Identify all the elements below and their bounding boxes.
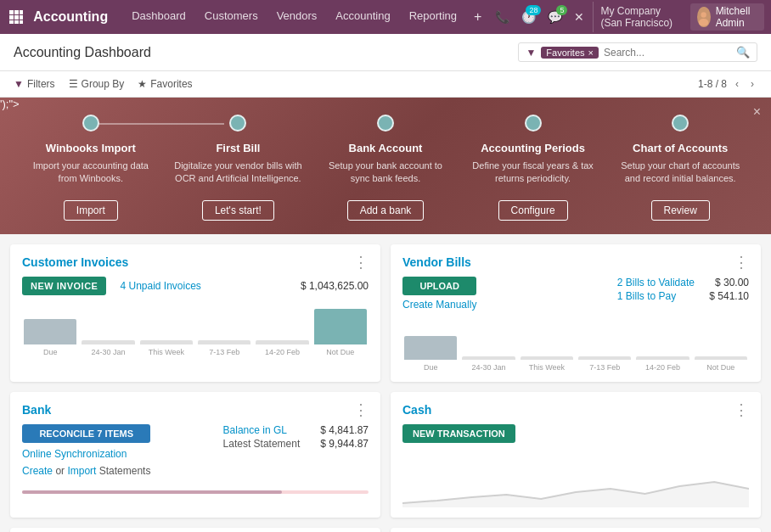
nav-link-reporting[interactable]: Reporting	[401, 6, 465, 28]
chat-icon[interactable]: 💬 5	[544, 7, 566, 27]
phone-icon[interactable]: 📞	[492, 7, 513, 27]
step-5: Chart of Accounts Setup your chart of ac…	[606, 115, 754, 221]
step-4-btn[interactable]: Configure	[498, 200, 568, 221]
bills-validate-label[interactable]: 2 Bills to Validate	[617, 277, 695, 288]
favorites-tag-remove[interactable]: ×	[588, 48, 594, 58]
new-transaction-btn[interactable]: NEW TRANSACTION	[402, 424, 515, 443]
svg-rect-5	[20, 15, 23, 20]
step-5-btn[interactable]: Review	[651, 200, 710, 221]
salaries-card-header: Salaries ⋮	[391, 528, 761, 532]
clock-icon[interactable]: 🕐 28	[518, 7, 539, 27]
filter-funnel-icon: ▼	[14, 78, 24, 90]
statements-text: Statements	[99, 465, 151, 477]
bills-pay-label[interactable]: 1 Bills to Pay	[617, 290, 676, 302]
customer-invoices-chart: Due 24-30 Jan This Week 7-13 Feb 14-20 F…	[22, 302, 369, 356]
svg-rect-3	[9, 15, 14, 20]
step-2: First Bill Digitalize your vendor bills …	[165, 115, 312, 221]
svg-point-9	[701, 12, 706, 17]
customer-invoices-menu[interactable]: ⋮	[353, 255, 369, 270]
vendor-bills-header: Vendor Bills ⋮	[391, 244, 761, 277]
step-3-dot	[377, 115, 394, 132]
company-label[interactable]: My Company (San Francisco)	[593, 2, 685, 32]
filters-btn[interactable]: ▼ Filters	[14, 78, 55, 90]
banner-steps: Winbooks Import Import your accounting d…	[0, 115, 771, 221]
svg-rect-1	[14, 10, 19, 14]
bank-title[interactable]: Bank	[22, 403, 51, 417]
bank-card-header: Bank ⋮	[10, 392, 380, 424]
online-sync-link[interactable]: Online Synchronization	[22, 448, 150, 460]
customer-invoices-title[interactable]: Customer Invoices	[22, 255, 128, 269]
avatar	[697, 7, 710, 27]
step-1-btn[interactable]: Import	[64, 200, 118, 221]
invoices-total: $ 1,043,625.00	[301, 280, 369, 292]
step-4-title: Accounting Periods	[466, 142, 600, 154]
search-bar[interactable]: ▼ Favorites × 🔍	[518, 42, 757, 62]
customer-invoices-body: NEW INVOICE 4 Unpaid Invoices $ 1,043,62…	[10, 277, 380, 367]
step-1-title: Winbooks Import	[24, 142, 158, 154]
nav-link-dashboard[interactable]: Dashboard	[123, 6, 194, 28]
nav-link-customers[interactable]: Customers	[196, 6, 267, 28]
step-1-dot	[82, 115, 99, 132]
step-1: Winbooks Import Import your accounting d…	[17, 115, 165, 221]
reconcile-btn[interactable]: RECONCILE 7 ITEMS	[22, 424, 150, 443]
create-link[interactable]: Create	[22, 465, 53, 477]
new-invoice-btn[interactable]: NEW INVOICE	[22, 277, 106, 295]
import-link[interactable]: Import	[67, 465, 96, 477]
vendor-bills-menu[interactable]: ⋮	[734, 255, 749, 270]
cash-title[interactable]: Cash	[402, 403, 431, 417]
nav-link-vendors[interactable]: Vendors	[268, 6, 326, 28]
vb-chart-label-1: Due	[404, 363, 457, 372]
vendor-bills-body: UPLOAD Create Manually 2 Bills to Valida…	[391, 277, 761, 382]
vendor-bills-title[interactable]: Vendor Bills	[402, 255, 471, 269]
cash-menu[interactable]: ⋮	[734, 402, 749, 417]
search-input[interactable]	[604, 47, 731, 59]
svg-rect-4	[14, 15, 19, 20]
chart-label-6: Not Due	[314, 348, 367, 356]
favorites-label: Favorites	[150, 78, 192, 90]
unpaid-invoices-link[interactable]: 4 Unpaid Invoices	[120, 280, 200, 292]
group-by-btn[interactable]: ☰ Group By	[69, 78, 125, 90]
pagination-area: 1-8 / 8 ‹ ›	[698, 76, 757, 92]
favorites-tag-label: Favorites	[546, 48, 584, 58]
step-4: Accounting Periods Define your fiscal ye…	[459, 115, 607, 221]
nav-brand[interactable]: Accounting	[28, 9, 113, 25]
filters-bar: ▼ Filters ☰ Group By ★ Favorites 1-8 / 8…	[0, 71, 771, 98]
nav-plus[interactable]: +	[467, 6, 488, 28]
favorites-btn[interactable]: ★ Favorites	[138, 78, 192, 90]
prev-page-btn[interactable]: ‹	[732, 76, 742, 92]
vendor-bills-card: Vendor Bills ⋮ UPLOAD Create Manually 2 …	[391, 244, 761, 382]
step-2-btn[interactable]: Let's start!	[202, 200, 274, 221]
bills-validate-value: $ 30.00	[715, 277, 749, 288]
cash-card: Cash ⋮ NEW TRANSACTION	[391, 392, 761, 518]
step-5-dot	[672, 115, 689, 132]
create-manually-link[interactable]: Create Manually	[402, 299, 476, 311]
balance-gl-label[interactable]: Balance in GL	[223, 424, 287, 436]
grid-icon[interactable]	[7, 5, 25, 29]
cash-card-body: NEW TRANSACTION	[391, 424, 761, 518]
latest-statement-value: $ 9,944.87	[320, 438, 369, 450]
step-3: Bank Account Setup your bank account to …	[312, 115, 459, 221]
bank-menu[interactable]: ⋮	[353, 402, 369, 417]
bills-pay-value: $ 541.10	[709, 290, 749, 302]
svg-rect-2	[20, 10, 23, 14]
next-page-btn[interactable]: ›	[747, 76, 757, 92]
vb-chart-label-6: Not Due	[695, 363, 747, 372]
step-3-btn[interactable]: Add a bank	[347, 200, 425, 221]
step-4-dot	[525, 115, 542, 132]
svg-rect-8	[20, 20, 23, 24]
pos-card: Point of Sale ⋮	[10, 528, 380, 532]
search-icon[interactable]: 🔍	[736, 46, 750, 59]
chart-label-3: This Week	[140, 348, 193, 356]
favorites-tag[interactable]: Favorites ×	[541, 47, 599, 59]
step-1-desc: Import your accounting data from Winbook…	[24, 160, 158, 190]
close-channel-icon[interactable]: ✕	[571, 7, 588, 27]
user-menu[interactable]: Mitchell Admin	[690, 3, 764, 31]
salaries-card: Salaries ⋮	[391, 528, 761, 532]
main-grid: Customer Invoices ⋮ NEW INVOICE 4 Unpaid…	[0, 234, 771, 532]
group-by-label: Group By	[82, 78, 125, 90]
nav-link-accounting[interactable]: Accounting	[327, 6, 398, 28]
banner-close-btn[interactable]: ×	[753, 104, 761, 120]
upload-btn[interactable]: UPLOAD	[402, 277, 476, 295]
nav-right-icons: 📞 🕐 28 💬 5 ✕ My Company (San Francisco) …	[492, 2, 764, 32]
step-5-desc: Setup your chart of accounts and record …	[613, 160, 747, 190]
